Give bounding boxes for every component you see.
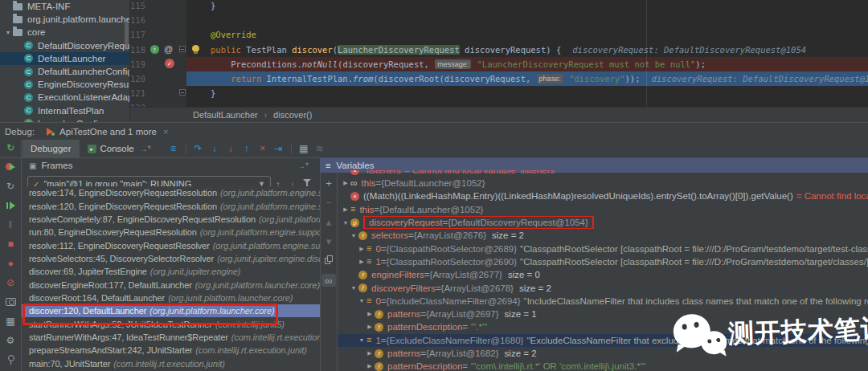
editor-line-119[interactable]: 119✓ Preconditions.notNull(discoveryRequ… [129, 57, 868, 71]
thread-dump-icon[interactable] [5, 296, 16, 307]
variable-row[interactable]: ▼≡1 = {ExcludeClassNameFilter@1680}"Excl… [338, 334, 868, 347]
frame-row[interactable]: resolve:112, EngineDiscoveryRequestResol… [22, 238, 320, 251]
variables-menu-icon[interactable]: ≡ [326, 161, 330, 170]
editor-line-121[interactable]: 121−} [129, 86, 868, 100]
copy-icon[interactable] [321, 255, 336, 266]
variable-row[interactable]: fengineFilters = {ArrayList@2677}size = … [338, 268, 868, 281]
expand-right-icon[interactable]: ▶ [365, 324, 375, 330]
fold-marker-icon[interactable]: − [179, 46, 186, 52]
expand-right-icon[interactable]: ▶ [341, 206, 350, 213]
rerun-debug-icon[interactable] [5, 161, 16, 172]
move-down-icon[interactable]: ▾ [321, 235, 336, 247]
editor-line-117[interactable]: 117@Override [129, 27, 868, 42]
expand-right-icon[interactable]: ▶ [341, 180, 350, 186]
code-line[interactable]: } [186, 86, 868, 100]
tree-item-launcherconfig[interactable]: ILauncherConfig [0, 117, 129, 122]
fold-marker-icon[interactable]: − [179, 89, 186, 96]
gutter-line-119[interactable]: 119✓ [129, 57, 186, 71]
tree-item-defaultlauncher[interactable]: CDefaultLauncher [0, 52, 129, 65]
variable-row[interactable]: ▶≡1 = {ClasspathRootSelector@2690}"Class… [338, 255, 868, 268]
pause-icon[interactable]: ‖ [5, 219, 16, 230]
tree-item-defaultdiscoveryrequest[interactable]: CDefaultDiscoveryRequest [0, 39, 129, 52]
show-watches-icon[interactable]: ∞ [321, 274, 336, 287]
expand-right-icon[interactable]: ▶ [365, 311, 375, 317]
variable-row[interactable]: ▶fpatterns = {ArrayList@2697}size = 1 [338, 308, 868, 320]
expand-down-icon[interactable]: ▼ [341, 220, 350, 226]
pin-icon[interactable] [5, 354, 16, 365]
variable-row[interactable]: ×listeners = Cannot find local variable … [338, 170, 868, 177]
breakpoint-icon[interactable]: ✓ [165, 59, 174, 68]
frame-row[interactable]: discoverEngineRoot:177, DefaultLauncher(… [22, 278, 320, 291]
variable-row[interactable]: ▶≡0 = {ClasspathRootSelector@2689}"Class… [338, 242, 868, 255]
variable-row[interactable]: ▼≡0 = {IncludeClassNameFilter@2694}"Incl… [338, 295, 868, 308]
view-breakpoints-icon[interactable]: ● [5, 258, 16, 268]
breadcrumb-class[interactable]: DefaultLauncher [193, 110, 258, 120]
code-line[interactable]: return InternalTestPlan.from(discoverRoo… [186, 71, 868, 86]
layout-icon[interactable]: ▦ [5, 316, 16, 326]
expand-down-icon[interactable]: ▼ [349, 233, 358, 238]
intention-bulb-icon[interactable] [192, 45, 199, 52]
code-line[interactable]: @Override [186, 27, 868, 42]
tree-item-core[interactable]: ▼core [0, 26, 129, 39]
expand-right-icon[interactable]: ▶ [357, 259, 366, 265]
code-line[interactable]: Preconditions.notNull(discoveryRequest, … [186, 57, 868, 71]
variable-row[interactable]: ×((Match)((LinkedHashMap.Entry)((LinkedH… [338, 190, 868, 202]
expand-down-icon[interactable]: ▼ [349, 285, 358, 291]
gutter-line-122[interactable]: 122 [129, 100, 186, 107]
expand-right-icon[interactable]: ▶ [365, 363, 375, 369]
code-line[interactable] [186, 100, 868, 107]
settings-gear-icon[interactable]: ⚙ [5, 335, 16, 345]
frame-row[interactable]: main:70, JUnitStarter(com.intellij.rt.ex… [22, 357, 320, 369]
editor-line-122[interactable]: 122 [129, 100, 868, 107]
override-method-icon[interactable]: ↑ [150, 45, 159, 54]
code-line[interactable]: } [186, 0, 868, 13]
editor-line-115[interactable]: 115} [129, 0, 868, 13]
gutter-line-117[interactable]: 117 [129, 27, 186, 42]
frame-row[interactable]: resolve:120, EngineDiscoveryRequestResol… [22, 199, 320, 212]
project-tree[interactable]: META-INForg.junit.platform.launcher▼core… [0, 0, 130, 122]
editor-line-120[interactable]: 120 return InternalTestPlan.from(discove… [129, 71, 868, 86]
variable-row[interactable]: ▶fpatternDescription = "'com\.intellij\.… [338, 360, 868, 371]
tree-item-defaultlauncherconfig[interactable]: CDefaultLauncherConfig [0, 65, 129, 78]
tree-item-org.junit.platform.launcher[interactable]: org.junit.platform.launcher [0, 13, 129, 26]
frame-row[interactable]: discover:120, DefaultLauncher(org.junit.… [22, 304, 320, 317]
variable-row[interactable]: ▶∞this = {DefaultLauncher@1052} [338, 177, 868, 190]
expand-right-icon[interactable]: ▶ [365, 350, 375, 357]
frame-row[interactable]: resolve:174, EngineDiscoveryRequestResol… [22, 186, 320, 199]
add-watch-icon[interactable]: + [321, 177, 336, 189]
tree-item-executionlisteneradapter[interactable]: CExecutionListenerAdapter [0, 91, 129, 104]
tree-item-enginediscoveryresultvalidator[interactable]: CEngineDiscoveryResultValidator [0, 78, 129, 91]
variable-row[interactable]: ▶fpatternDescription = "'.*'" [338, 320, 868, 333]
evaluate-expression-icon[interactable]: ▦ [296, 143, 312, 154]
editor-line-116[interactable]: 116 [129, 13, 868, 27]
variable-row[interactable]: ▶≡this = {DefaultLauncher@1052} [338, 203, 868, 216]
force-step-into-icon[interactable]: ↓ [223, 143, 239, 154]
mute-breakpoints-icon[interactable]: ⊘ [5, 277, 16, 287]
update-application-icon[interactable]: ↻ [5, 181, 16, 191]
frame-row[interactable]: resolveCompletely:87, EngineDiscoveryReq… [22, 213, 320, 226]
variable-row[interactable]: ▶fpatterns = {ArrayList@1682}size = 2 [338, 347, 868, 360]
editor-line-118[interactable]: 118↑@−public TestPlan discover(LauncherD… [129, 43, 868, 57]
chevron-down-icon[interactable]: ▼ [3, 30, 13, 35]
tree-item-meta-inf[interactable]: META-INF [0, 0, 129, 13]
frames-options-icon[interactable]: →* [297, 161, 309, 170]
gutter-line-118[interactable]: 118↑@− [129, 43, 186, 57]
drop-frame-icon[interactable]: × [255, 143, 271, 154]
step-over-icon[interactable]: ↷ [190, 143, 207, 154]
threads-view-icon[interactable]: ≡ [166, 143, 182, 154]
code-line[interactable] [186, 13, 868, 27]
run-to-cursor-icon[interactable]: ⇥ [271, 143, 287, 154]
variable-row[interactable]: ▼pdiscoveryRequest = {DefaultDiscoveryRe… [338, 216, 868, 229]
breadcrumb-method[interactable]: discover() [273, 110, 312, 120]
variables-list[interactable]: ×listeners = Cannot find local variable … [338, 170, 868, 371]
code-editor[interactable]: 115}116117@Override118↑@−public TestPlan… [129, 0, 868, 107]
remove-watch-icon[interactable]: − [321, 197, 336, 208]
tree-item-internaltestplan[interactable]: CInternalTestPlan [0, 104, 129, 117]
gutter-line-116[interactable]: 116 [129, 13, 186, 27]
layout-settings-icon[interactable]: ≋ [312, 143, 328, 154]
expand-down-icon[interactable]: ▼ [357, 337, 366, 343]
gutter-line-121[interactable]: 121− [129, 86, 186, 100]
frame-row[interactable]: startRunnerWithArgs:47, IdeaTestRunner$R… [22, 331, 320, 344]
tab-console[interactable]: ▸ Console →* [80, 140, 159, 157]
tree-scrollbar[interactable] [125, 22, 129, 50]
